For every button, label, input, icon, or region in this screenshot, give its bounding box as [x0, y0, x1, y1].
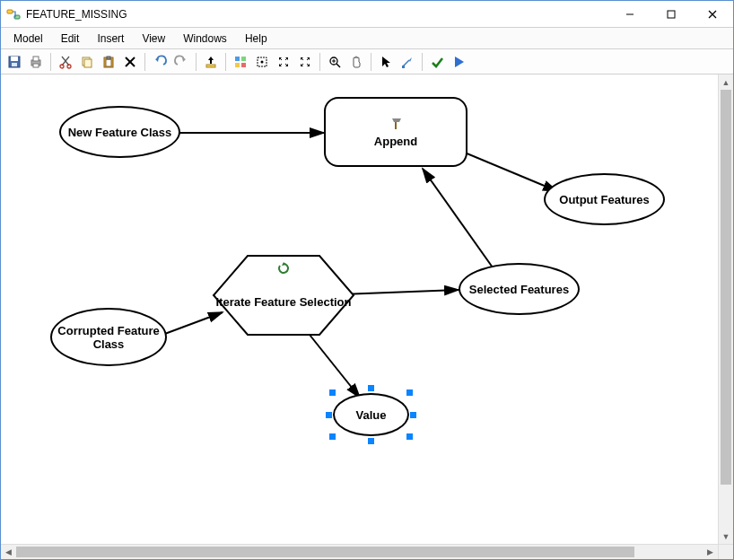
menu-edit[interactable]: Edit	[54, 30, 87, 48]
svg-marker-53	[382, 57, 390, 67]
svg-point-15	[67, 65, 71, 68]
node-label: Output Features	[559, 193, 649, 206]
node-label: Corrupted Feature Class	[56, 324, 162, 351]
selection-handle[interactable]	[368, 438, 374, 444]
separator	[50, 53, 51, 71]
svg-marker-55	[409, 57, 412, 62]
svg-marker-57	[455, 57, 464, 67]
svg-rect-26	[206, 65, 215, 67]
svg-line-61	[342, 290, 459, 294]
scroll-left-icon[interactable]: ◀	[1, 545, 16, 559]
svg-rect-28	[241, 57, 246, 61]
svg-rect-17	[84, 59, 92, 67]
node-new-feature-class[interactable]: New Feature Class	[59, 106, 180, 158]
node-label: Iterate Feature Selection	[212, 295, 355, 309]
node-label: Selected Features	[469, 283, 569, 296]
pan-icon[interactable]	[346, 52, 366, 72]
svg-line-50	[336, 64, 340, 67]
svg-rect-27	[235, 57, 240, 61]
titlebar: FEATURE_MISSING	[1, 1, 733, 28]
selection-handle[interactable]	[329, 389, 336, 396]
node-selected-features[interactable]: Selected Features	[459, 263, 580, 315]
selection-handle[interactable]	[406, 389, 413, 396]
horizontal-scrollbar[interactable]: ◀ ▶	[1, 544, 718, 559]
redo-icon[interactable]	[171, 52, 191, 72]
vertical-scrollbar[interactable]: ▲ ▼	[718, 74, 733, 544]
select-icon[interactable]	[376, 52, 396, 72]
fixed-zoom-out-icon[interactable]	[295, 52, 315, 72]
svg-rect-3	[668, 11, 675, 18]
scroll-right-icon[interactable]: ▶	[703, 545, 718, 559]
svg-point-14	[60, 65, 64, 68]
svg-line-54	[403, 60, 409, 66]
window-title: FEATURE_MISSING	[26, 8, 609, 21]
node-value[interactable]: Value	[333, 393, 409, 436]
separator	[422, 53, 423, 71]
app-window: FEATURE_MISSING Model Edit Insert View W…	[0, 0, 734, 560]
scroll-corner	[718, 544, 733, 559]
menu-view[interactable]: View	[135, 30, 172, 48]
undo-icon[interactable]	[150, 52, 170, 72]
selection-handle[interactable]	[410, 412, 416, 418]
copy-icon[interactable]	[77, 52, 97, 72]
svg-line-63	[306, 330, 360, 398]
selection-handle[interactable]	[329, 433, 336, 440]
delete-icon[interactable]	[120, 52, 140, 72]
menubar: Model Edit Insert View Windows Help	[1, 28, 733, 49]
separator	[371, 53, 371, 71]
node-label: Value	[356, 408, 387, 422]
run-icon[interactable]	[449, 52, 468, 72]
svg-rect-0	[7, 10, 13, 13]
print-icon[interactable]	[26, 52, 46, 72]
node-iterate-feature-selection[interactable]: Iterate Feature Selection	[212, 254, 355, 337]
selection-handle[interactable]	[326, 412, 332, 418]
validate-icon[interactable]	[427, 52, 447, 72]
svg-rect-10	[33, 57, 39, 61]
svg-point-32	[261, 60, 264, 63]
menu-model[interactable]: Model	[6, 30, 50, 48]
svg-rect-19	[106, 59, 111, 66]
node-label: New Feature Class	[68, 126, 172, 139]
scroll-down-icon[interactable]: ▼	[719, 529, 733, 544]
svg-rect-56	[402, 66, 405, 68]
node-output-features[interactable]: Output Features	[544, 173, 665, 225]
cut-icon[interactable]	[56, 52, 75, 72]
separator	[196, 53, 197, 71]
selection-handle[interactable]	[406, 433, 413, 440]
separator	[144, 53, 145, 71]
app-icon	[6, 7, 21, 22]
node-corrupted-feature-class[interactable]: Corrupted Feature Class	[50, 308, 167, 366]
scroll-up-icon[interactable]: ▲	[719, 74, 733, 90]
add-data-icon[interactable]	[201, 52, 221, 72]
full-extent-icon[interactable]	[252, 52, 272, 72]
svg-rect-20	[107, 57, 110, 59]
svg-marker-65	[392, 118, 401, 122]
save-icon[interactable]	[4, 52, 24, 72]
svg-marker-25	[208, 57, 214, 64]
svg-rect-11	[33, 64, 39, 67]
menu-insert[interactable]: Insert	[90, 30, 131, 48]
svg-rect-8	[12, 63, 17, 66]
menu-help[interactable]: Help	[238, 30, 275, 48]
hammer-icon	[389, 116, 403, 133]
zoom-in-icon[interactable]	[325, 52, 345, 72]
svg-rect-7	[11, 57, 18, 61]
paste-icon[interactable]	[99, 52, 118, 72]
separator	[225, 53, 226, 71]
svg-rect-30	[241, 63, 246, 67]
node-label: Append	[374, 135, 417, 148]
fixed-zoom-in-icon[interactable]	[274, 52, 293, 72]
close-button[interactable]	[692, 1, 733, 27]
node-append[interactable]: Append	[324, 97, 467, 167]
menu-windows[interactable]: Windows	[176, 30, 234, 48]
selection-handle[interactable]	[368, 385, 374, 391]
auto-layout-icon[interactable]	[231, 52, 250, 72]
canvas-area[interactable]: New Feature Class Append Output Features…	[1, 74, 733, 559]
minimize-button[interactable]	[609, 1, 651, 27]
svg-rect-64	[395, 121, 397, 129]
connect-icon[interactable]	[398, 52, 417, 72]
svg-line-60	[423, 169, 493, 267]
toolbar	[1, 49, 733, 74]
maximize-button[interactable]	[651, 1, 692, 27]
svg-rect-29	[235, 63, 240, 67]
